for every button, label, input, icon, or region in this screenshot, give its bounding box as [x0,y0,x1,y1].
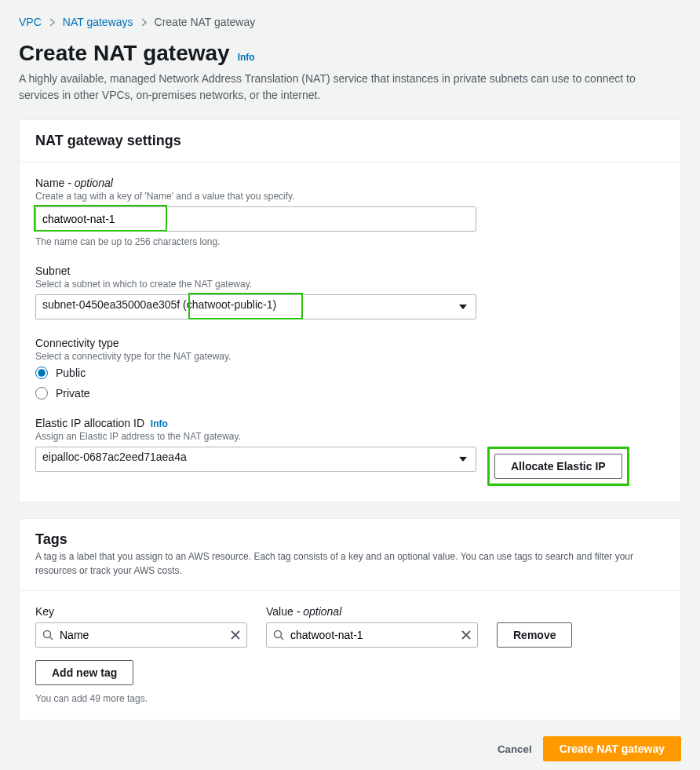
allocate-elastic-ip-button[interactable]: Allocate Elastic IP [494,454,622,479]
connectivity-hint: Select a connectivity type for the NAT g… [35,351,665,362]
search-icon [42,630,53,640]
cancel-button[interactable]: Cancel [498,743,532,755]
clear-icon[interactable] [461,630,471,640]
tags-description: A tag is a label that you assign to an A… [35,549,665,578]
tag-row: Key Value - optional [35,605,665,648]
add-new-tag-button[interactable]: Add new tag [35,660,133,685]
name-constraint: The name can be up to 256 characters lon… [35,236,665,247]
subnet-label: Subnet [35,265,665,277]
remove-tag-button[interactable]: Remove [497,622,572,648]
nat-gateway-settings-panel: NAT gateway settings Name - optional Cre… [19,119,681,502]
subnet-select[interactable]: subnet-0450ea35000ae305f (chatwoot-publi… [35,294,476,319]
subnet-field: Subnet Select a subnet in which to creat… [35,265,665,319]
chevron-right-icon [141,18,147,27]
name-optional: - optional [67,177,113,189]
settings-title: NAT gateway settings [35,133,665,149]
connectivity-private-option[interactable]: Private [35,387,665,400]
tag-value-input[interactable] [266,622,478,648]
search-icon [273,630,284,640]
page-description: A highly available, managed Network Addr… [19,71,670,104]
breadcrumb: VPC NAT gateways Create NAT gateway [19,16,681,28]
tag-value-optional: - optional [297,605,342,618]
eip-hint: Assign an Elastic IP address to the NAT … [35,431,665,442]
breadcrumb-vpc[interactable]: VPC [19,16,42,28]
private-radio[interactable] [35,387,48,400]
tags-title: Tags [35,531,665,548]
eip-field: Elastic IP allocation ID Info Assign an … [35,417,665,486]
breadcrumb-current: Create NAT gateway [155,16,256,28]
clear-icon[interactable] [231,630,240,640]
eip-select[interactable]: eipalloc-0687ac2eed71aea4a [35,447,476,472]
subnet-hint: Select a subnet in which to create the N… [35,279,665,290]
tag-key-label: Key [35,605,247,618]
public-radio[interactable] [35,367,48,379]
svg-line-1 [50,637,53,640]
page-title: Create NAT gateway [19,41,230,66]
name-field: Name - optional Create a tag with a key … [35,177,665,247]
create-nat-gateway-button[interactable]: Create NAT gateway [543,736,681,761]
chevron-right-icon [49,18,55,27]
public-label: Public [56,367,86,379]
connectivity-field: Connectivity type Select a connectivity … [35,337,665,400]
name-label: Name [35,177,67,189]
svg-line-5 [281,637,284,640]
svg-point-0 [44,631,51,638]
tag-key-input[interactable] [35,622,247,648]
private-label: Private [56,387,90,400]
tags-panel: Tags A tag is a label that you assign to… [19,518,681,721]
info-link[interactable]: Info [238,52,255,63]
connectivity-label: Connectivity type [35,337,665,349]
breadcrumb-nat-gateways[interactable]: NAT gateways [63,16,133,28]
footer-actions: Cancel Create NAT gateway [19,736,681,761]
tags-remaining: You can add 49 more tags. [35,693,665,704]
eip-info-link[interactable]: Info [151,418,168,429]
name-hint: Create a tag with a key of 'Name' and a … [35,191,665,202]
eip-label: Elastic IP allocation ID [35,417,144,429]
tag-value-label: Value [266,605,297,618]
svg-point-4 [275,631,282,638]
connectivity-public-option[interactable]: Public [35,367,665,379]
name-input[interactable] [35,206,476,232]
